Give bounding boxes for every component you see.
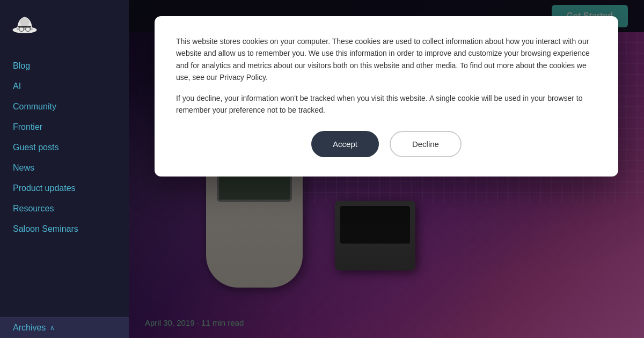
accept-button[interactable]: Accept [311,131,379,157]
cookie-modal: This website stores cookies on your comp… [155,16,618,177]
sidebar: Blog AI Community Frontier Guest posts N… [0,0,129,338]
sidebar-nav: Blog AI Community Frontier Guest posts N… [0,45,129,317]
archives-label: Archives [13,323,46,333]
cookie-text-secondary: If you decline, your information won't b… [176,92,597,116]
logo-area[interactable] [0,0,129,45]
main-content: Get Started April 30, 2019 · 11 min read [129,0,644,338]
sidebar-item-ai[interactable]: AI [0,76,129,97]
cookie-modal-overlay: This website stores cookies on your comp… [129,0,644,338]
sidebar-item-product-updates[interactable]: Product updates [0,178,129,199]
cookie-actions: Accept Decline [176,131,597,157]
cookie-text-primary: This website stores cookies on your comp… [176,35,597,84]
logo-icon [11,9,39,36]
sidebar-item-resources[interactable]: Resources [0,199,129,219]
sidebar-item-news[interactable]: News [0,158,129,178]
sidebar-item-saloon-seminars[interactable]: Saloon Seminars [0,219,129,239]
decline-button[interactable]: Decline [390,131,462,157]
sidebar-item-blog[interactable]: Blog [0,56,129,76]
sidebar-item-frontier[interactable]: Frontier [0,117,129,137]
chevron-up-icon: ∧ [50,324,55,332]
sidebar-item-guest-posts[interactable]: Guest posts [0,137,129,158]
sidebar-item-community[interactable]: Community [0,97,129,117]
sidebar-item-archives[interactable]: Archives ∧ [0,317,129,338]
